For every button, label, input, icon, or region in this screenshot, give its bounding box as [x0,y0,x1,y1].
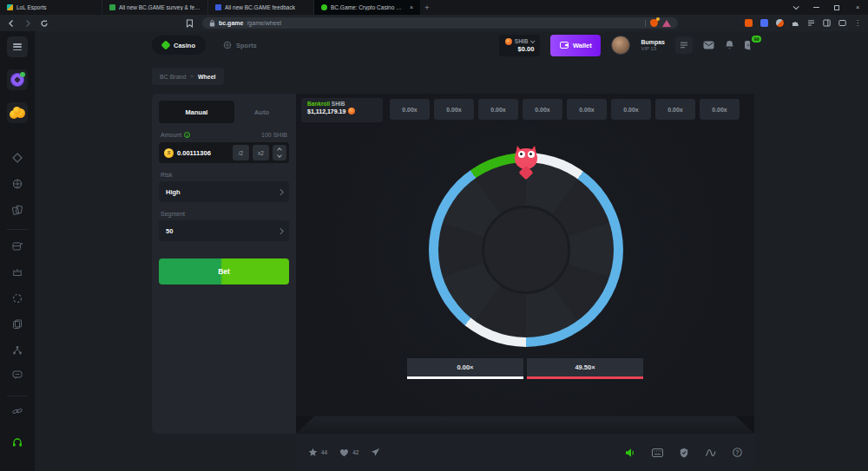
bookmark-icon[interactable] [186,19,194,28]
notifications-button[interactable] [725,40,734,50]
chat-button[interactable]: 99 [745,41,755,50]
reading-list-icon[interactable] [807,19,815,27]
hotkeys-button[interactable] [652,448,663,457]
share-button[interactable] [371,448,380,457]
sidebar-item-forum[interactable] [12,370,23,380]
tab-close-icon[interactable]: × [408,4,413,10]
inbox-button[interactable] [703,41,714,49]
address-bar[interactable]: bc.game/game/wheel [202,17,678,29]
user-info[interactable]: Bumpas VIP 15 [641,39,665,51]
sidebar-item-originals[interactable] [12,205,23,215]
half-bet-button[interactable]: /2 [233,145,249,160]
history-chip[interactable]: 0.00x [611,99,651,120]
browser-tab-active[interactable]: BC.Game: Crypto Casino Games & × [314,0,420,15]
tab-auto[interactable]: Auto [234,101,289,123]
sports-label: Sports [236,42,257,49]
minimize-button[interactable] [806,0,826,15]
like-control[interactable]: 42 [339,448,358,457]
adblock-shield-icon[interactable] [650,19,658,27]
fairness-button[interactable] [680,448,688,458]
segment-select[interactable]: 50 [159,220,289,241]
bankroll-label: Bankroll [307,101,330,107]
risk-select[interactable]: High [159,181,289,202]
sidebar-item-casino[interactable] [12,153,23,163]
breadcrumb-brand[interactable]: BC Brand [160,74,186,80]
wheel [429,153,623,347]
avatar[interactable] [611,36,630,55]
history-chip[interactable]: 0.00x [567,99,607,120]
extensions-puzzle-icon[interactable] [792,19,799,27]
chat-unread-badge: 99 [752,36,761,43]
restore-button[interactable] [826,0,847,15]
extension-icon[interactable] [776,19,784,27]
chevron-right-icon [278,228,283,233]
bell-icon [725,40,734,50]
wallet-icon [560,42,569,49]
wallet-label: Wallet [573,42,592,49]
site-header: Casino Sports SHIB $0.00 Wallet [35,31,868,59]
sidebar-item-promotions[interactable] [12,319,23,330]
currency-selector[interactable]: SHIB $0.00 [499,35,541,56]
amount-input[interactable]: S 0.00111306 /2 x2 [159,142,289,163]
close-button[interactable]: × [847,0,868,15]
wheel-hub [482,206,570,294]
bet-button[interactable]: Bet [159,258,289,285]
sidebar-item-rewards[interactable] [7,102,28,123]
favorite-control[interactable]: 44 [308,448,327,457]
downloads-icon[interactable] [838,19,846,27]
sidebar-item-affiliate[interactable] [12,345,23,356]
extension-icon[interactable] [745,19,753,27]
browser-tab[interactable]: All new BC.GAME survey & feedback [102,0,208,15]
browser-navbar: bc.game/game/wheel ⋮ [0,15,868,31]
vip-progress-button[interactable] [675,36,693,54]
sidebar-divider [7,229,28,230]
breadcrumb-current: Wheel [198,74,216,80]
dart-target-icon [10,73,24,87]
help-button[interactable]: ? [733,448,742,457]
sidebar-item-lottery[interactable] [7,69,28,90]
help-circle-icon: ? [733,448,742,457]
browser-tab[interactable]: LoL Esports [0,0,102,15]
user-name: Bumpas [641,39,665,45]
new-tab-button[interactable]: + [420,0,434,15]
tab-sports[interactable]: Sports [223,41,257,49]
stepper-down-icon[interactable] [277,153,282,158]
history-chip[interactable]: 0.00x [390,99,430,120]
sidebar-item-bonus[interactable] [12,293,23,304]
bet-mode-tabs: Manual Auto [159,101,289,123]
url-path: /game/wheel [247,20,281,26]
forward-icon[interactable] [23,19,32,28]
warning-triangle-icon[interactable] [662,20,671,27]
history-chip[interactable]: 0.00x [434,99,474,120]
sidebar-item-vip-club[interactable] [12,267,23,278]
live-stats-button[interactable] [705,448,716,457]
sidebar-item-refer[interactable] [12,406,23,416]
sidebar-menu-button[interactable] [7,36,28,57]
page-content: BC Brand > Wheel Manual Auto Amount i [35,59,868,471]
tab-manual[interactable]: Manual [159,101,234,123]
amount-hint: 100 SHIB [261,132,287,138]
sidebar-item-sports[interactable] [12,179,23,189]
sidebar-item-support[interactable] [12,437,23,448]
history-chip[interactable]: 0.00x [478,99,518,120]
sidebar-item-slots[interactable] [12,241,23,252]
sidebar-toggle-icon[interactable] [823,19,831,27]
wallet-button[interactable]: Wallet [550,35,601,56]
history-chip[interactable]: 0.00x [700,99,740,120]
history-chip[interactable]: 0.00x [655,99,695,120]
back-icon[interactable] [7,19,16,28]
browser-dropdown-icon[interactable] [785,0,806,15]
browser-menu-icon[interactable]: ⋮ [854,19,861,27]
browser-tab[interactable]: All new BC.GAME feedback [208,0,314,15]
amount-stepper[interactable] [273,145,286,160]
sound-toggle[interactable] [625,448,635,458]
double-bet-button[interactable]: x2 [253,145,269,160]
tab-casino[interactable]: Casino [152,36,206,55]
stepper-up-icon[interactable] [277,147,282,153]
bet-panel: Manual Auto Amount i 100 SHIB S 0.001113… [152,94,296,434]
result-bar-high: 49.50× [527,358,643,379]
refresh-icon[interactable] [40,19,49,28]
info-icon[interactable]: i [184,132,190,138]
history-chip[interactable]: 0.00x [523,99,562,120]
extension-icon[interactable] [760,19,768,27]
